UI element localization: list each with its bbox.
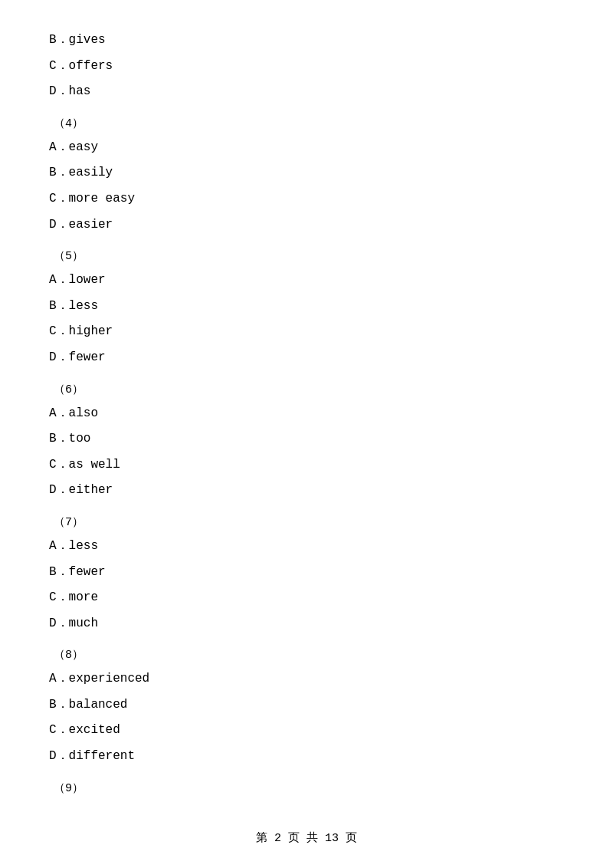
option-item: B．less [46, 297, 567, 317]
option-item: B．gives [46, 31, 567, 51]
option-item: C．more easy [46, 189, 567, 209]
option-item: D．fewer [46, 348, 567, 368]
option-item: A．experienced [46, 669, 567, 689]
option-item: A．easy [46, 138, 567, 158]
option-item: D．easier [46, 215, 567, 235]
option-item: D．either [46, 481, 567, 501]
question-number: （8） [46, 647, 567, 662]
option-item: C．as well [46, 455, 567, 475]
question-number: （6） [46, 382, 567, 396]
option-item: B．easily [46, 163, 567, 183]
option-item: C．higher [46, 322, 567, 342]
option-item: C．more [46, 588, 567, 608]
option-item: D．has [46, 82, 567, 102]
question-number: （4） [46, 116, 567, 130]
page-content: B．givesC．offersD．has（4）A．easyB．easilyC．m… [0, 0, 613, 849]
option-item: C．excited [46, 721, 567, 741]
option-item: A．less [46, 537, 567, 557]
question-number: （5） [46, 248, 567, 263]
option-item: D．much [46, 614, 567, 634]
question-number: （9） [46, 781, 567, 795]
option-item: B．too [46, 429, 567, 449]
footer-text: 第 2 页 共 13 页 [256, 832, 357, 845]
option-item: B．fewer [46, 563, 567, 583]
option-item: D．different [46, 747, 567, 767]
option-item: C．offers [46, 57, 567, 77]
page-footer: 第 2 页 共 13 页 [0, 830, 613, 845]
option-item: B．balanced [46, 695, 567, 715]
option-item: A．lower [46, 271, 567, 291]
option-item: A．also [46, 404, 567, 424]
question-number: （7） [46, 515, 567, 529]
